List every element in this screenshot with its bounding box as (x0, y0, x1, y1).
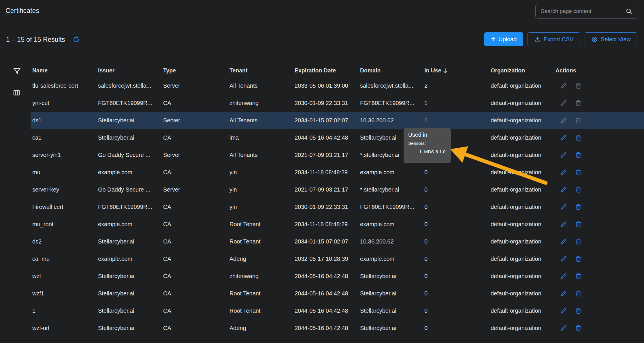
delete-button[interactable] (575, 307, 582, 314)
filter-button[interactable] (13, 67, 22, 76)
cell-expiration: 2034-01-15 07:02:07 (293, 117, 358, 124)
delete-button[interactable] (575, 117, 582, 124)
cell-actions (554, 290, 644, 297)
cell-issuer: Stellarcyber.ai (96, 238, 161, 245)
column-header-name[interactable]: Name (31, 67, 96, 74)
edit-button[interactable] (560, 151, 567, 159)
delete-button[interactable] (575, 168, 582, 176)
pencil-icon (560, 134, 567, 141)
select-view-button[interactable]: Select View (585, 32, 637, 46)
column-header-issuer[interactable]: Issuer (96, 67, 161, 74)
cell-issuer: Stellarcyber.ai (96, 117, 161, 124)
delete-button[interactable] (575, 255, 582, 263)
edit-button[interactable] (560, 238, 567, 245)
table-row[interactable]: ca_muexample.comCAAdeng2032-05-17 10:28:… (31, 250, 644, 267)
delete-button[interactable] (575, 99, 582, 107)
table-row[interactable]: ds1Stellarcyber.aiServerAll Tenants2034-… (31, 112, 644, 129)
column-header-type[interactable]: Type (161, 67, 228, 74)
table-row[interactable]: wzf-urlStellarcyber.aiCAAdeng2044-05-16 … (31, 319, 644, 337)
edit-button[interactable] (560, 220, 567, 228)
edit-button[interactable] (560, 255, 567, 263)
edit-button[interactable] (560, 324, 567, 332)
cell-domain: 10.36.200.62 (358, 117, 423, 124)
column-header-label: Expiration Date (295, 67, 336, 74)
edit-button[interactable] (560, 186, 567, 193)
delete-button[interactable] (575, 290, 582, 297)
column-header-tenant[interactable]: Tenant (228, 67, 293, 74)
delete-button[interactable] (575, 186, 582, 193)
search-box[interactable] (535, 4, 637, 19)
column-header-in-use[interactable]: In Use (423, 67, 489, 74)
columns-button[interactable] (13, 89, 22, 97)
cell-organization: default-organization (489, 83, 554, 89)
table-row[interactable]: mu_rootexample.comCARoot Tenant2034-11-1… (31, 215, 644, 233)
edit-button[interactable] (560, 307, 567, 314)
refresh-button[interactable] (73, 36, 80, 43)
table-row[interactable]: server-keyGo Daddy Secure ...Serveryin20… (31, 181, 644, 198)
table-row[interactable]: muexample.comCAyin2034-11-18 08:48:29exa… (31, 164, 644, 181)
delete-button[interactable] (575, 324, 582, 332)
edit-button[interactable] (560, 117, 567, 124)
table-row[interactable]: yin-cetFGT60ETK19099R...CAzhifenwang2030… (31, 94, 644, 112)
cell-issuer: Stellarcyber.ai (96, 290, 161, 297)
edit-button[interactable] (560, 272, 567, 280)
table-row[interactable]: 1Stellarcyber.aiCARoot Tenant2044-05-16 … (31, 302, 644, 319)
table-row[interactable]: wzfStellarcyber.aiCAzhifenwang2044-05-16… (31, 267, 644, 285)
cell-type: CA (161, 169, 228, 176)
edit-button[interactable] (560, 290, 567, 297)
edit-button[interactable] (560, 168, 567, 176)
search-icon[interactable] (626, 8, 632, 15)
delete-button[interactable] (575, 220, 582, 228)
tooltip-subtitle: Sensors: (408, 141, 447, 146)
cell-name: ca_mu (31, 256, 96, 262)
cell-name: mu (31, 169, 96, 176)
cell-actions (554, 186, 644, 193)
cell-in-use: 0 (423, 290, 489, 297)
cell-name: wzf (31, 273, 96, 280)
edit-button[interactable] (560, 99, 567, 107)
table-row[interactable]: ds2Stellarcyber.aiCARoot Tenant2034-01-1… (31, 233, 644, 250)
cell-in-use: 1 (423, 117, 489, 124)
export-csv-button[interactable]: Export CSV (528, 32, 580, 46)
table-row[interactable]: wzf1Stellarcyber.aiCARoot Tenant2044-05-… (31, 285, 644, 302)
upload-button[interactable]: + Upload (484, 32, 523, 46)
delete-button[interactable] (575, 203, 582, 211)
search-input[interactable] (541, 8, 626, 14)
cell-actions (554, 272, 644, 280)
select-view-label: Select View (601, 36, 631, 43)
column-header-organization[interactable]: Organization (489, 67, 554, 74)
delete-button[interactable] (575, 134, 582, 141)
cell-tenant: Adeng (228, 256, 293, 262)
table-row[interactable]: tlu-salesforce-certsalesforcejwt.stella.… (31, 77, 644, 94)
trash-icon (575, 169, 582, 176)
delete-button[interactable] (575, 238, 582, 245)
edit-button[interactable] (560, 82, 567, 89)
cell-issuer: example.com (96, 221, 161, 228)
cell-domain: Stellarcyber.ai (358, 308, 423, 314)
table-row[interactable]: ca1Stellarcyber.aiCAlma2044-05-16 04:42:… (31, 129, 644, 146)
delete-button[interactable] (575, 151, 582, 159)
cell-type: CA (161, 221, 228, 228)
cell-tenant: yin (228, 169, 293, 176)
column-header-expiration-date[interactable]: Expiration Date (293, 67, 358, 74)
cell-expiration: 2032-05-17 10:28:39 (293, 256, 358, 262)
cell-issuer: example.com (96, 169, 161, 176)
used-in-tooltip: Used in Sensors: 1. MDS-6.1.0 (404, 128, 451, 163)
edit-button[interactable] (560, 203, 567, 211)
trash-icon (575, 221, 582, 228)
table-row[interactable]: server-yin1Go Daddy Secure ...ServerAll … (31, 146, 644, 164)
column-header-label: Organization (491, 67, 525, 74)
table-row[interactable]: Firewall certFGT60ETK19099R...CAyin2030-… (31, 198, 644, 215)
tooltip-item: 1. MDS-6.1.0 (408, 149, 447, 154)
pencil-icon (560, 117, 567, 124)
cell-organization: default-organization (489, 117, 554, 124)
delete-button[interactable] (575, 82, 582, 89)
cell-domain: salesforcejwt.stella... (358, 83, 423, 89)
cell-actions (554, 238, 644, 245)
delete-button[interactable] (575, 272, 582, 280)
column-header-domain[interactable]: Domain (358, 67, 423, 74)
cell-organization: default-organization (489, 308, 554, 314)
edit-button[interactable] (560, 134, 567, 141)
cell-type: CA (161, 238, 228, 245)
cell-in-use: 0 (423, 308, 489, 314)
